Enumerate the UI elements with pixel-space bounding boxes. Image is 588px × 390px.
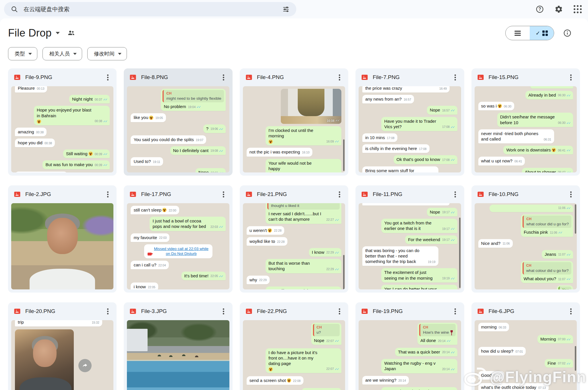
more-options-button[interactable] <box>566 72 576 82</box>
file-thumbnail[interactable]: Already in bed06:30✓✓so was i06:30Didn't… <box>475 86 577 172</box>
pool-edge <box>127 360 229 361</box>
kebab-menu-icon <box>339 77 340 78</box>
read-ticks-icon: ✓✓ <box>566 170 570 172</box>
file-thumbnail[interactable]: Pleasure00:13Night night00:37✓✓Hope you … <box>11 86 113 172</box>
selfie-photo <box>15 329 74 390</box>
file-thumbnail[interactable]: 16:08✓✓I'm clocked out until the morning… <box>243 86 345 172</box>
file-card[interactable]: File-8.PNGCHmight need to be slightly fl… <box>124 68 232 176</box>
more-options-button[interactable] <box>334 306 344 316</box>
help-icon[interactable]: ? <box>535 5 544 14</box>
message-meta: 07:00✓✓ <box>558 337 570 342</box>
file-thumbnail[interactable]: CHmight need to be slightly flexibleNo p… <box>127 86 229 172</box>
file-card[interactable]: File-10.PNG11:06✓✓CHwhat colour did u go… <box>471 185 580 293</box>
filter-chip-1[interactable]: 相关人员 <box>42 47 82 60</box>
file-card[interactable]: File-3.JPG <box>124 302 232 390</box>
file-card[interactable]: File-11.PNGNope19:17✓✓You got a twitch f… <box>355 185 464 293</box>
more-options-button[interactable] <box>219 72 229 82</box>
file-thumbnail[interactable] <box>11 203 113 289</box>
more-options-button[interactable] <box>450 306 460 316</box>
file-thumbnail[interactable]: still can't sleep22:00I just had a bowl … <box>127 203 229 289</box>
emoji-icon <box>268 172 273 172</box>
info-icon[interactable] <box>563 28 572 38</box>
more-options-button[interactable] <box>219 306 229 316</box>
file-card[interactable]: File-20.PNGtrip15:32 <box>8 302 117 390</box>
more-options-button[interactable] <box>566 189 576 199</box>
photo-message-cup: 16:08✓✓ <box>281 89 341 124</box>
list-view-button[interactable] <box>506 26 530 40</box>
forward-button[interactable] <box>78 359 92 372</box>
file-thumbnail[interactable]: Nope19:17✓✓You got a twitch from the ear… <box>359 203 461 289</box>
file-card[interactable]: File-17.PNGstill can't sleep22:00I just … <box>124 185 232 293</box>
file-thumbnail[interactable]: CHHow's the wineAll done20:14✓✓That was … <box>359 320 461 390</box>
file-card[interactable]: File-7.PNGthe price was crazy16:49any ne… <box>355 68 464 176</box>
more-options-button[interactable] <box>103 306 113 316</box>
message-meta: 16:08✓✓ <box>327 119 339 122</box>
file-card[interactable]: File-4.PNG16:08✓✓I'm clocked out until t… <box>240 68 348 176</box>
more-options-button[interactable] <box>450 189 460 199</box>
file-card[interactable]: File-19.PNGCHHow's the wineAll done20:14… <box>355 302 464 390</box>
file-thumbnail[interactable] <box>127 320 229 390</box>
file-card[interactable]: File-2.JPG <box>8 185 117 293</box>
more-options-button[interactable] <box>103 72 113 82</box>
whatsapp-chat-preview: CHHow's the wineAll done20:14✓✓That was … <box>359 320 461 390</box>
chat-bubble-right: I know22:29✓✓ <box>309 248 341 257</box>
message-meta: 19:07 <box>196 138 203 142</box>
message-meta: 19:17✓✓ <box>442 210 454 215</box>
google-apps-grid-icon[interactable] <box>573 5 582 14</box>
file-name: File-15.PNG <box>489 74 562 80</box>
message-meta: 22:28 <box>277 240 285 244</box>
chat-bubble-right: That was a quick beer20:14✓✓ <box>395 348 457 356</box>
more-options-button[interactable] <box>334 72 344 82</box>
read-ticks-icon: ✓✓ <box>335 267 339 271</box>
folder-actions-chevron-down-icon[interactable] <box>56 32 60 34</box>
quoted-reply: CHu? <box>313 324 340 336</box>
filter-chips: 类型相关人员修改时间 <box>0 40 588 60</box>
file-thumbnail[interactable]: the price was crazy16:49any news from an… <box>359 86 461 172</box>
search-bar[interactable] <box>4 2 296 16</box>
whatsapp-chat-preview: 16:08✓✓I'm clocked out until the morning… <box>243 86 345 172</box>
file-thumbnail[interactable]: morning06:33Morning07:00✓✓how did u slee… <box>475 320 577 390</box>
kebab-menu-icon <box>107 311 109 312</box>
file-card-header: File-3.JPG <box>124 302 232 320</box>
message-text: what u upt now? <box>481 158 512 164</box>
more-options-button[interactable] <box>450 72 460 82</box>
missed-call-link[interactable]: Missed video call at 22:03 while on Do N… <box>154 246 209 256</box>
file-thumbnail[interactable]: 11:06✓✓CHwhat colour did u go for?Fuschi… <box>475 203 577 289</box>
chat-bubble-right: For the weekend19:17✓✓ <box>405 235 457 244</box>
file-card[interactable]: File-15.PNGAlready in bed06:30✓✓so was i… <box>471 68 580 176</box>
file-thumbnail[interactable]: thought u liked itI never said I didn't.… <box>243 203 345 289</box>
grid-view-button[interactable]: ✓ <box>530 26 554 40</box>
file-card-header: File-20.PNG <box>8 302 117 320</box>
file-card[interactable]: File-21.PNGthought u liked itI never sai… <box>240 185 348 293</box>
file-card[interactable]: File-6.JPGmorning06:33Morning07:00✓✓how … <box>471 302 580 390</box>
file-card-header: File-11.PNG <box>355 185 464 203</box>
chat-bubble-right: Didn't see/hear the message before 1006:… <box>497 113 573 127</box>
image-file-icon <box>245 191 252 198</box>
more-options-button[interactable] <box>566 306 576 316</box>
search-input[interactable] <box>24 6 277 13</box>
more-options-button[interactable] <box>334 189 344 199</box>
message-meta: 19:11 <box>153 160 160 164</box>
chevron-down-icon <box>73 53 77 55</box>
read-ticks-icon: ✓✓ <box>450 276 454 281</box>
more-options-button[interactable] <box>103 189 113 199</box>
chat-bubble-left: is chilly in the evening here17:08 <box>362 144 429 153</box>
message-meta: 19:05 <box>155 116 163 120</box>
message-text: are we winning? <box>365 377 396 383</box>
file-card[interactable]: File-22.PNGCHu?Nope22:07✓✓I do have a pi… <box>240 302 348 390</box>
filter-chip-2[interactable]: 修改时间 <box>87 47 127 60</box>
more-options-button[interactable] <box>219 189 229 199</box>
file-thumbnail[interactable]: CHu?Nope22:07✓✓I do have a picture but i… <box>243 320 345 390</box>
message-text: any news from an? <box>365 96 402 102</box>
file-thumbnail[interactable]: trip15:32 <box>11 320 113 390</box>
file-name: File-20.PNG <box>25 308 98 314</box>
message-meta: 22:28 <box>274 229 281 233</box>
message-meta: 19:19✓✓ <box>442 276 454 281</box>
settings-gear-icon[interactable] <box>554 5 563 14</box>
shared-people-icon[interactable] <box>67 28 76 38</box>
search-options-tune-icon[interactable] <box>281 5 291 14</box>
whatsapp-chat-preview: thought u liked itI never said I didn't.… <box>243 203 345 289</box>
file-card[interactable]: File-9.PNGPleasure00:13Night night00:37✓… <box>8 68 117 176</box>
filter-chip-0[interactable]: 类型 <box>8 47 37 60</box>
read-ticks-icon: ✓✓ <box>450 350 454 354</box>
